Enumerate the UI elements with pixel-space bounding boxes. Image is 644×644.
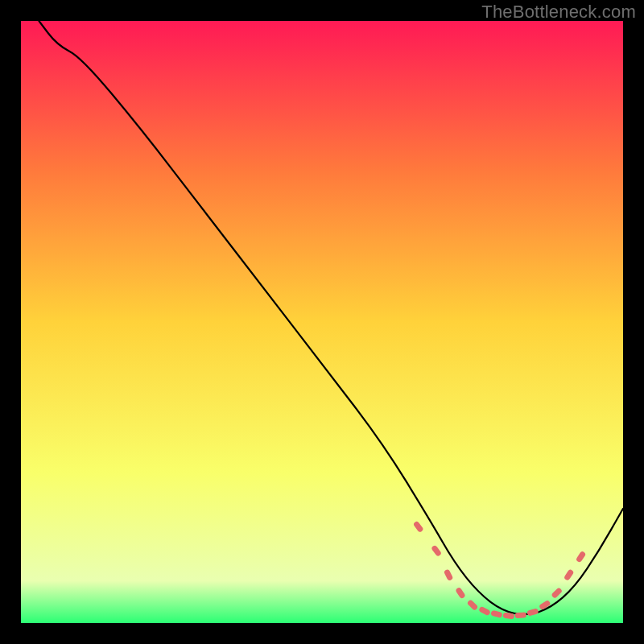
chart-frame: TheBottleneck.com (0, 0, 644, 644)
chart-plot-area (21, 21, 623, 623)
dot (515, 612, 526, 618)
gradient-background (21, 21, 623, 623)
watermark-text: TheBottleneck.com (481, 2, 636, 23)
chart-svg (21, 21, 623, 623)
